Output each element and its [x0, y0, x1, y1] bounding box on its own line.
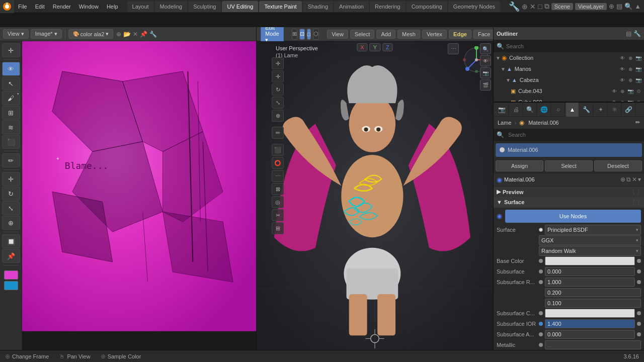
manos-vis-render[interactable]: 📷 [635, 65, 642, 72]
surface-type-dropdown[interactable]: Principled BSDF [545, 225, 641, 235]
collection-vis-eye[interactable]: 👁 [619, 54, 626, 61]
props-tab-scene[interactable]: 🌐 [538, 103, 551, 117]
subsurface-method-dropdown[interactable]: Random Walk [539, 246, 641, 256]
base-color-value[interactable] [545, 256, 635, 265]
deselect-btn[interactable]: Deselect [594, 160, 642, 171]
manos-vis-eye[interactable]: 👁 [619, 65, 626, 72]
subsurface-r-value[interactable]: 1.000 [545, 278, 635, 287]
viewport-canvas[interactable]: User Perspective (1) Lame X Y Z ⋯ [257, 41, 493, 350]
uv-tool-annotate[interactable]: ✏ [2, 153, 20, 167]
viewport-edge-btn[interactable]: Edge [449, 30, 471, 39]
mat-new-icon[interactable]: ⊕ [620, 176, 625, 183]
uv-tool-grab[interactable]: 🔲 [2, 234, 20, 248]
cube043-vis-render[interactable]: 📷 [627, 87, 634, 95]
cabeza-vis-eye[interactable]: 👁 [619, 76, 626, 83]
axis-z-btn[interactable]: Z [382, 43, 393, 51]
material-item[interactable]: Material.006 [496, 143, 642, 156]
collection-vis-select[interactable]: ⊕ [627, 54, 634, 61]
vp-camera-tool[interactable]: 📷 [480, 67, 491, 78]
viewport-mesh-btn[interactable]: Mesh [397, 30, 420, 39]
cube060-vis-select[interactable]: ⊕ [619, 99, 626, 103]
axis-y-btn[interactable]: Y [370, 43, 380, 51]
uv-tool-paint[interactable]: 🖌 ▾ [2, 91, 20, 105]
viewport-icon-1[interactable]: ⊞ [292, 29, 297, 40]
tab-modeling[interactable]: Modeling [155, 1, 188, 12]
props-tab-render[interactable]: 📷 [496, 103, 509, 117]
cube043-vis-extra[interactable]: ⚙ [635, 87, 642, 95]
menu-render[interactable]: Render [49, 0, 75, 13]
select-btn[interactable]: Select [545, 160, 593, 171]
cube043-vis-eye[interactable]: 👁 [611, 87, 618, 95]
uv-tool-rotate[interactable]: ↻ [2, 187, 20, 201]
outliner-cube043[interactable]: ▣ Cube.043 👁 ⊕ 📷 ⚙ [494, 85, 644, 97]
vp-knife-btn[interactable]: ✂ [272, 209, 284, 221]
vp-scale-btn[interactable]: ⤡ [272, 97, 284, 109]
breadcrumb-item1[interactable]: Lame [498, 120, 512, 126]
outliner-manos[interactable]: ▼ ▲ Manos 👁 ⊕ 📷 [494, 63, 644, 74]
cube043-vis-select[interactable]: ⊕ [619, 87, 626, 95]
metallic-value[interactable]: ... [545, 340, 641, 349]
subsurface-ior-value[interactable]: 1.400 [545, 319, 635, 328]
vp-rotate-btn[interactable]: ↻ [272, 83, 284, 96]
uv-tool-eye[interactable]: 👁 [2, 62, 20, 76]
cube060-vis-render[interactable]: 📷 [627, 99, 634, 103]
subsurface-g-value[interactable]: 0.200 [545, 288, 641, 297]
vp-icon-options-btn[interactable]: ⋯ [448, 43, 459, 54]
tab-shading[interactable]: Shading [303, 1, 333, 12]
menu-window[interactable]: Window [75, 0, 103, 13]
vp-cursor-btn[interactable]: ✛ [272, 57, 284, 69]
tab-geometry-nodes[interactable]: Geometry Nodes [448, 1, 500, 12]
breadcrumb-edit-btn[interactable]: ✏ [635, 119, 640, 126]
surface-section-header[interactable]: ▼ Surface ⋮⋮ [494, 197, 644, 208]
props-tab-view[interactable]: 🔍 [524, 103, 537, 117]
uv-tool-fill[interactable]: ⬛ [2, 135, 20, 149]
cabeza-vis-select[interactable]: ⊕ [627, 76, 634, 83]
uv-tool-move[interactable]: ✛ [2, 172, 20, 186]
uv-image-btn[interactable]: Image* ▾ [31, 29, 62, 39]
props-tab-world[interactable]: ○ [552, 103, 565, 117]
menu-edit[interactable]: Edit [31, 0, 49, 13]
mat-copy-icon[interactable]: ⧉ [626, 176, 631, 183]
outliner-cabeza[interactable]: ▼ ▲ Cabeza 👁 ⊕ 📷 [494, 74, 644, 85]
viewport-view-btn[interactable]: View [327, 30, 348, 39]
outliner-collection[interactable]: ▼ ◉ Collection 👁 ⊕ 📷 [494, 52, 644, 63]
outliner-filter-icon[interactable]: ▤ [626, 30, 631, 37]
collection-vis-render[interactable]: 📷 [635, 54, 642, 61]
uv-view-btn[interactable]: View ▾ [3, 29, 29, 39]
uv-tool-cursor[interactable]: ✛ [2, 43, 20, 57]
viewport-face-btn[interactable]: Face [473, 30, 493, 39]
vp-lasso-btn[interactable]: ⋯ [272, 170, 284, 182]
uv-tool-smear[interactable]: ≋ [2, 120, 20, 134]
tab-rendering[interactable]: Rendering [370, 1, 406, 12]
vp-view-tool[interactable]: 👁 [480, 55, 491, 66]
breadcrumb-item2[interactable]: Material.006 [528, 120, 559, 126]
vp-render-tool[interactable]: 🎬 [480, 79, 491, 90]
menu-file[interactable]: File [14, 0, 31, 13]
cube060-vis-extra[interactable]: ⚙ [635, 99, 642, 103]
outliner-cube060[interactable]: ▣ Cube.060 👁 ⊕ 📷 ⚙ [494, 97, 644, 103]
viewport-icon-2[interactable]: ⊡ [299, 29, 305, 40]
subsurface-c-value[interactable] [545, 309, 635, 318]
axis-x-btn[interactable]: X [357, 43, 367, 51]
viewport-icon-4[interactable]: ⬡ [313, 29, 319, 40]
vp-circle-btn[interactable]: ⭕ [272, 157, 284, 169]
vp-inset-btn[interactable]: ⊞ [272, 222, 284, 234]
cube060-vis-eye[interactable]: 👁 [611, 99, 618, 103]
subsurface-value[interactable]: 0.000 [545, 267, 635, 276]
cabeza-vis-render[interactable]: 📷 [635, 76, 642, 83]
foreground-color[interactable] [4, 270, 18, 280]
viewport-select-btn[interactable]: Select [350, 30, 375, 39]
tab-compositing[interactable]: Compositing [407, 1, 447, 12]
props-tab-output[interactable]: 🖨 [510, 103, 523, 117]
uv-tool-transform[interactable]: ⊕ [2, 216, 20, 230]
mat-delete-icon[interactable]: ✕ [632, 176, 637, 183]
viewport-vertex-btn[interactable]: Vertex [422, 30, 447, 39]
vp-loop-btn[interactable]: ◎ [272, 196, 284, 208]
uv-tool-pin[interactable]: 📌 [2, 249, 20, 263]
outliner-search-input[interactable] [506, 43, 582, 49]
vp-select-all-btn[interactable]: ⊠ [272, 183, 284, 195]
props-tab-object[interactable]: ▲ [566, 103, 579, 117]
viewport-add-btn[interactable]: Add [376, 30, 395, 39]
background-color[interactable] [4, 281, 18, 290]
outliner-settings-icon[interactable]: 🔧 [633, 30, 641, 37]
